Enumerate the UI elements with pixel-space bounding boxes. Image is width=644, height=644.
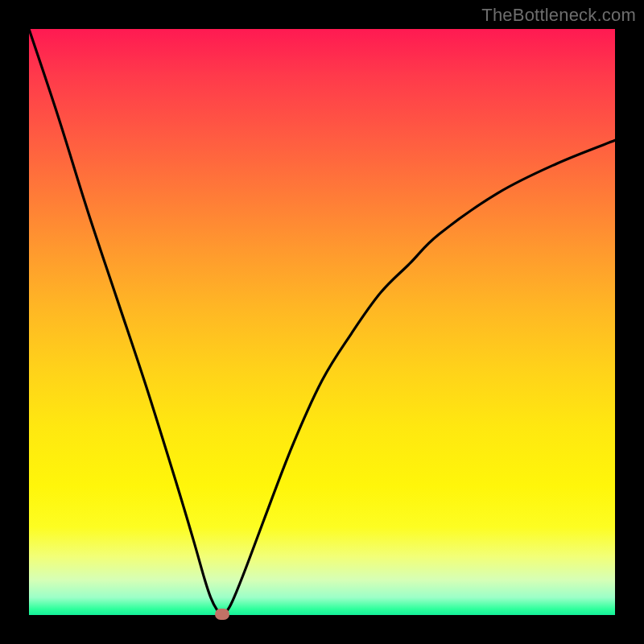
- watermark-text: TheBottleneck.com: [481, 5, 636, 26]
- chart-frame: TheBottleneck.com: [0, 0, 644, 644]
- bottleneck-curve: [29, 29, 615, 615]
- curve-svg: [29, 29, 615, 615]
- plot-area: [29, 29, 615, 615]
- minimum-marker: [215, 609, 229, 620]
